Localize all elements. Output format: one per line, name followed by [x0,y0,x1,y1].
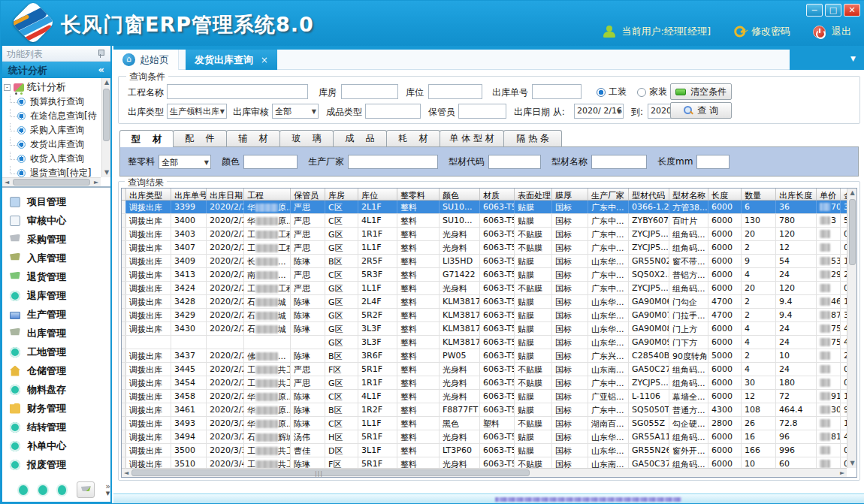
column-header[interactable]: 库房 [325,189,358,200]
audit-combo[interactable]: 全部 [272,104,319,119]
table-row[interactable]: 调拨出库34452020/2/27工共工程严思F区5R1F整料光身料6063-T… [122,363,847,376]
minimize-button[interactable]: ─ [806,4,823,17]
table-row[interactable]: 调拨出库35002020/3/3工共工程曹佳D区3L1F整料LT3P606063… [122,444,847,457]
column-header[interactable]: 材质 [480,189,515,200]
tree-item[interactable]: 退货查询[待定] [4,166,101,177]
material-tab-辅材[interactable]: 辅 材 [226,130,280,146]
tree-expander-icon[interactable]: - [4,84,11,91]
column-header[interactable]: 出库类型 [126,189,171,200]
sidebar-item-出库管理[interactable]: 出库管理 [10,324,110,343]
material-tab-耗材[interactable]: 耗 材 [386,130,440,146]
table-row[interactable]: 调拨出库34932020/3/2华原...陈琳C区1L1F整料黑色塑料不贴膜国标… [122,417,847,430]
table-row[interactable]: 调拨出库34032020/2/25工工程严思G区1R1F整料光身料6063-T5… [122,228,847,241]
table-row[interactable]: 调拨出库34242020/2/26工工程严思G区1L1F整料光身料6063-T5… [122,282,847,295]
column-header[interactable]: 出库日期 [207,189,244,200]
stats-group-header[interactable]: 统计分析 « [2,62,110,78]
table-row[interactable]: G区3L3F整料KLM38176063-T5贴膜国标山东华...GA90M09.… [122,336,847,349]
material-tab-单体型材[interactable]: 单 体 型 材 [440,130,504,146]
table-row[interactable]: 调拨出库34542020/2/28工共工程严思G区1R1F整料光身料6063-T… [122,376,847,390]
maker-input[interactable] [348,155,438,169]
change-password-link[interactable]: 修改密码 [751,25,790,38]
logout-link[interactable]: 退出 [832,25,851,38]
sidebar-item-生产管理[interactable]: 生产管理 [10,305,110,324]
sidebar-item-补单中心[interactable]: 补单中心 [10,436,110,455]
tree-root-node[interactable]: - 统计分析 [4,80,101,95]
column-header[interactable]: 出库单号 [171,189,207,200]
product-type-input[interactable] [365,104,421,119]
sidebar-item-退库管理[interactable]: 退库管理 [10,286,110,305]
table-row[interactable]: 调拨出库34072020/2/25工工程严思G区1L1F整料光身料6063-T5… [122,241,847,255]
scroll-left-icon[interactable]: ◄ [122,469,131,478]
length-input[interactable] [696,155,730,169]
tree-item[interactable]: 发货出库查询 [4,137,101,152]
material-tab-玻璃[interactable]: 玻 璃 [279,130,334,146]
date-from-picker[interactable]: 2020/ 2/16 [574,104,624,119]
profile-code-input[interactable] [488,155,541,169]
sidebar-item-物料盘存[interactable]: 物料盘存 [10,380,110,399]
sidebar-item-报废管理[interactable]: 报废管理 [10,455,110,474]
tree-item[interactable]: 预算执行查询 [4,95,101,109]
sidebar-item-财务管理[interactable]: 财务管理 [10,399,110,418]
grid-horizontal-scrollbar[interactable]: ◄ ||| ► [122,468,847,477]
table-row[interactable]: 调拨出库34132020/2/26南...严思C区5R3F整料G71422606… [122,268,847,282]
radio-gongzhuang[interactable]: 工装 [597,86,627,98]
column-header[interactable]: 整零料 [397,189,440,200]
tree-vertical-scrollbar[interactable]: ▲ ▼ [101,78,110,177]
table-row[interactable]: 调拨出库34302020/2/26石城陈琳G区3L3F整料KLM38176063… [122,322,847,336]
table-row[interactable]: 调拨出库34092020/2/25长...陈琳B区2R5F整料LI35HD606… [122,255,847,268]
scroll-down-icon[interactable]: ▼ [102,168,110,177]
tab-close-icon[interactable]: × [261,55,268,65]
scroll-up-icon[interactable]: ▲ [102,78,110,87]
clear-conditions-button[interactable]: 清空条件 [670,83,732,100]
tab-list-dropdown-icon[interactable]: ▼ [850,55,856,62]
table-row[interactable]: 调拨出库34282020/2/26石城陈琳G区2L4F整料KLM38176063… [122,295,847,309]
collapse-icon[interactable]: « [98,64,104,75]
column-header[interactable]: 库位 [358,189,397,200]
project-name-input[interactable] [167,84,308,99]
tree-horizontal-scrollbar[interactable]: ◄ ► [2,177,101,186]
overflow-chevron[interactable]: »▾ [105,483,110,496]
tree-item[interactable]: 收货入库查询 [4,152,101,166]
search-button[interactable]: 查 询 [670,102,732,119]
out-type-combo[interactable]: 生产领料出库 [167,104,227,119]
column-header[interactable]: 膜厚 [552,189,588,200]
radio-jiazhuang[interactable]: 家装 [637,86,667,98]
warehouse-input[interactable] [341,84,398,99]
grid-vertical-scrollbar[interactable]: ▲ ▼ [847,189,856,468]
column-header[interactable]: 金 [841,189,847,200]
sidebar-item-审核中心[interactable]: 审核中心 [10,211,110,230]
column-header[interactable]: 长度 [708,189,742,200]
column-header[interactable]: 生产厂家 [588,189,629,200]
table-row[interactable]: 调拨出库34942020/3/2石辉城汤伟H区5R1F整料光身料6063-T5贴… [122,430,847,444]
group-dot-icon[interactable] [58,485,67,495]
scroll-up-icon[interactable]: ▲ [847,189,857,198]
tree-item[interactable]: 在途信息查询[待 [4,109,101,123]
sidebar-item-退货管理[interactable]: 退货管理 [10,267,110,286]
column-header[interactable]: 出库长度 [776,189,817,200]
column-header[interactable]: 保管员 [291,189,325,200]
sidebar-item-入库管理[interactable]: 入库管理 [10,249,110,267]
table-row[interactable]: 调拨出库34292020/2/26石城陈琳G区5R2F整料KLM38176063… [122,309,847,322]
column-header[interactable]: 数量 [742,189,776,200]
tab-shipping-outbound-query[interactable]: 发货出库查询 × [186,50,277,70]
group-cart-button[interactable] [77,481,95,498]
column-header[interactable]: 表面处理 [515,189,552,200]
order-no-input[interactable] [532,84,582,99]
maximize-button[interactable]: □ [825,4,841,17]
table-row[interactable]: 调拨出库34582020/2/28华原...陈琳C区4L1F整料光身料6063-… [122,390,847,403]
scroll-right-icon[interactable]: ► [838,469,847,478]
group-dot-icon[interactable] [38,485,47,495]
keeper-input[interactable] [458,104,506,119]
sidebar-item-项目管理[interactable]: 项目管理 [10,192,110,211]
profile-name-input[interactable] [591,155,647,169]
table-row[interactable]: 调拨出库35102020/3/4工共工程陈琳F区5R1F整料光身料6063-T5… [122,457,847,468]
location-input[interactable] [428,84,482,99]
group-dot-icon[interactable] [19,485,28,495]
column-header[interactable]: 单价 [817,189,841,200]
material-tab-隔热条[interactable]: 隔 热 条 [503,130,562,146]
column-header[interactable]: 工程 [244,189,291,200]
material-tab-成品[interactable]: 成 品 [333,130,387,146]
column-header[interactable]: 型材代码 [629,189,669,200]
table-row[interactable]: 调拨出库34612020/2/28华原...陈琳B区1R2F整料F8877FT6… [122,403,847,417]
tab-home[interactable]: ⌂ 起始页 [113,50,179,70]
